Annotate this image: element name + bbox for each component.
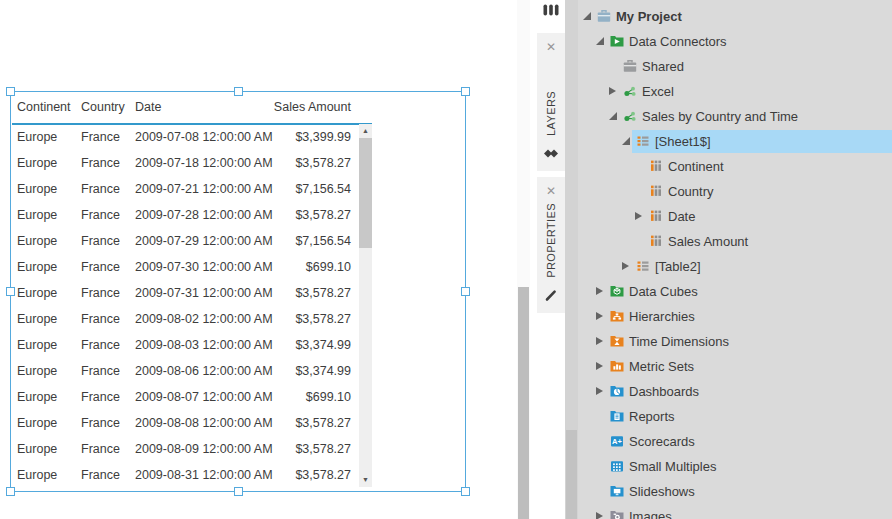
table-row: EuropeFrance2009-07-28 12:00:00 AM$3,578… xyxy=(12,202,357,228)
table-visual[interactable]: ContinentCountryDateSales Amount EuropeF… xyxy=(10,91,466,492)
table-cell: Europe xyxy=(17,254,57,280)
expand-arrow-icon[interactable] xyxy=(596,287,603,295)
tree-item-metric-sets[interactable]: Metric Sets xyxy=(565,354,892,379)
tab-layers[interactable]: ✕ LAYERS xyxy=(537,33,565,171)
expand-arrow-icon[interactable] xyxy=(596,512,603,519)
expand-arrow-icon[interactable] xyxy=(596,312,603,320)
tree-item-small-multiples[interactable]: Small Multiples xyxy=(565,454,892,479)
column-header: Sales Amount xyxy=(274,95,351,120)
expand-arrow-icon[interactable] xyxy=(596,362,603,370)
expand-arrow-icon[interactable] xyxy=(609,87,616,95)
tree-item-time-dimensions[interactable]: Time Dimensions xyxy=(565,329,892,354)
expand-arrow-icon[interactable] xyxy=(635,212,642,220)
tree-item-label: Time Dimensions xyxy=(629,329,729,354)
tree-item-label: Reports xyxy=(629,404,675,429)
table-cell: France xyxy=(81,384,120,410)
tree-item-date[interactable]: Date xyxy=(565,204,892,229)
table-row: EuropeFrance2009-07-08 12:00:00 AM$3,399… xyxy=(12,124,357,150)
table-cell: $3,399.99 xyxy=(295,124,351,150)
selection-handle-e[interactable] xyxy=(461,287,470,296)
column-header: Continent xyxy=(17,95,71,120)
tree-item-icon xyxy=(597,9,611,23)
selection-handle-n[interactable] xyxy=(234,87,243,96)
table-row: EuropeFrance2009-08-02 12:00:00 AM$3,578… xyxy=(12,306,357,332)
tree-item-dashboards[interactable]: Dashboards xyxy=(565,379,892,404)
collapse-arrow-icon[interactable] xyxy=(609,112,617,120)
collapse-arrow-icon[interactable] xyxy=(583,12,591,20)
close-icon[interactable]: ✕ xyxy=(546,185,556,197)
tree-item-label: Shared xyxy=(642,54,684,79)
folder-hourglass-icon xyxy=(610,334,624,348)
tree-item-sheet1[interactable]: [Sheet1$] xyxy=(565,129,892,154)
table-row: EuropeFrance2009-08-03 12:00:00 AM$3,374… xyxy=(12,332,357,358)
tree-item-icon xyxy=(610,459,624,473)
table-cell: France xyxy=(81,254,120,280)
selection-handle-w[interactable] xyxy=(6,287,15,296)
table-cell: Europe xyxy=(17,410,57,436)
collapse-arrow-icon[interactable] xyxy=(596,37,604,45)
column-bars-icon xyxy=(649,159,663,173)
table-scrollbar-thumb[interactable] xyxy=(359,138,372,248)
table-cell: 2009-07-18 12:00:00 AM xyxy=(135,150,273,176)
tree-item-continent[interactable]: Continent xyxy=(565,154,892,179)
tree-item-sales-amount[interactable]: Sales Amount xyxy=(565,229,892,254)
canvas-scrollbar-thumb[interactable] xyxy=(518,287,529,519)
selection-handle-sw[interactable] xyxy=(6,487,15,496)
expand-arrow-icon[interactable] xyxy=(596,337,603,345)
canvas-scrollbar[interactable] xyxy=(517,0,530,519)
tree-item-slideshows[interactable]: Slideshows xyxy=(565,479,892,504)
table-cell: 2009-07-30 12:00:00 AM xyxy=(135,254,273,280)
close-icon[interactable]: ✕ xyxy=(546,41,556,53)
tree-item-shared[interactable]: Shared xyxy=(565,54,892,79)
folder-cube-icon xyxy=(610,284,624,298)
tree-item-table2[interactable]: [Table2] xyxy=(565,254,892,279)
table-row: EuropeFrance2009-08-07 12:00:00 AM$699.1… xyxy=(12,384,357,410)
scroll-down-icon[interactable]: ▼ xyxy=(359,474,372,486)
table-cell: France xyxy=(81,280,120,306)
tab-properties-label: PROPERTIES xyxy=(545,203,557,278)
collapse-arrow-icon[interactable] xyxy=(622,137,630,145)
tree-item-excel[interactable]: Excel xyxy=(565,79,892,104)
design-canvas[interactable]: ContinentCountryDateSales Amount EuropeF… xyxy=(0,0,531,519)
tree-item-icon xyxy=(610,484,624,498)
tree-item-images[interactable]: Images xyxy=(565,504,892,519)
table-cell: 2009-07-21 12:00:00 AM xyxy=(135,176,273,202)
tree-item-reports[interactable]: Reports xyxy=(565,404,892,429)
tree-item-label: [Sheet1$] xyxy=(655,129,711,154)
table-cell: Europe xyxy=(17,436,57,462)
selection-handle-s[interactable] xyxy=(234,487,243,496)
table-cell: Europe xyxy=(17,306,57,332)
table-row: EuropeFrance2009-07-30 12:00:00 AM$699.1… xyxy=(12,254,357,280)
tree-item-label: Scorecards xyxy=(629,429,695,454)
table-cell: $3,578.27 xyxy=(295,202,351,228)
table-row: EuropeFrance2009-08-08 12:00:00 AM$3,578… xyxy=(12,410,357,436)
tree-item-my-project[interactable]: My Project xyxy=(565,4,892,29)
tree-item-country[interactable]: Country xyxy=(565,179,892,204)
table-cell: 2009-07-31 12:00:00 AM xyxy=(135,280,273,306)
selection-handle-nw[interactable] xyxy=(6,87,15,96)
tab-explorer[interactable]: ✕ EXPLORER xyxy=(537,0,565,28)
scroll-up-icon[interactable]: ▲ xyxy=(359,125,372,137)
table-cell: 2009-08-07 12:00:00 AM xyxy=(135,384,273,410)
tree-item-data-cubes[interactable]: Data Cubes xyxy=(565,279,892,304)
table-cell: France xyxy=(81,436,120,462)
expand-arrow-icon[interactable] xyxy=(596,387,603,395)
folder-report-icon xyxy=(610,409,624,423)
explorer-pills-icon xyxy=(543,3,560,21)
badge-grid-icon xyxy=(610,459,624,473)
table-cell: $7,156.54 xyxy=(295,228,351,254)
tree-item-data-connectors[interactable]: Data Connectors xyxy=(565,29,892,54)
sheet-list-icon xyxy=(636,134,650,148)
tree-item-sales-by-country-and-time[interactable]: Sales by Country and Time xyxy=(565,104,892,129)
expand-arrow-icon[interactable] xyxy=(622,262,629,270)
table-cell: France xyxy=(81,332,120,358)
tab-properties[interactable]: ✕ PROPERTIES xyxy=(537,177,565,313)
app-window: ContinentCountryDateSales Amount EuropeF… xyxy=(0,0,892,519)
tree-item-scorecards[interactable]: A+Scorecards xyxy=(565,429,892,454)
selection-handle-se[interactable] xyxy=(461,487,470,496)
connector-dots-icon xyxy=(623,109,637,123)
table-cell: Europe xyxy=(17,228,57,254)
selection-handle-ne[interactable] xyxy=(461,87,470,96)
tree-item-hierarchies[interactable]: Hierarchies xyxy=(565,304,892,329)
table-scrollbar[interactable]: ▲ ▼ xyxy=(359,124,372,487)
